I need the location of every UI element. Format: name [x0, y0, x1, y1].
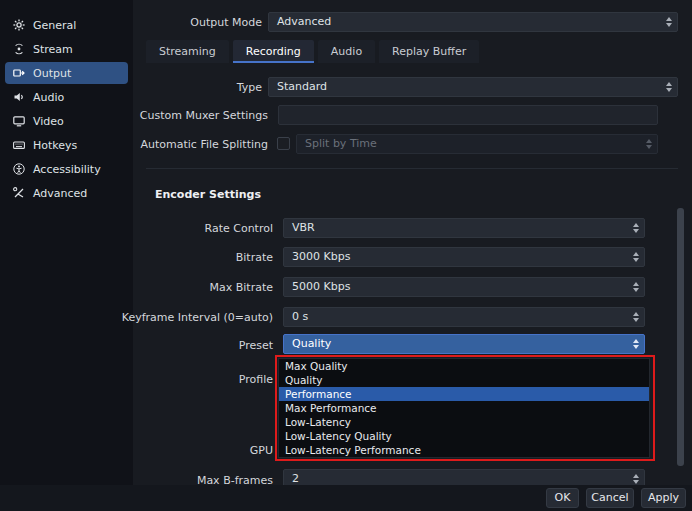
sidebar-item-label: Hotkeys: [33, 139, 77, 152]
output-icon: [13, 67, 25, 79]
custom-muxer-input[interactable]: [278, 105, 658, 125]
sidebar-item-accessibility[interactable]: Accessibility: [5, 158, 128, 180]
ok-button[interactable]: OK: [546, 488, 579, 508]
broadcast-icon: [13, 43, 25, 55]
preset-option[interactable]: Quality: [279, 373, 649, 387]
monitor-icon: [13, 115, 25, 127]
keyframe-interval-spinner[interactable]: 0 s: [283, 307, 645, 327]
settings-sidebar: General Stream Output Audio Video Hotkey…: [0, 0, 133, 485]
sidebar-item-label: Audio: [33, 91, 64, 104]
combo-arrows-icon: [666, 82, 672, 92]
cancel-button[interactable]: Cancel: [586, 488, 634, 508]
spinner-arrows-icon: [633, 252, 639, 262]
preset-option[interactable]: Low-Latency Quality: [279, 429, 649, 443]
preset-option[interactable]: Max Performance: [279, 401, 649, 415]
type-select[interactable]: Standard: [268, 77, 678, 97]
sidebar-item-label: Video: [33, 115, 64, 128]
preset-option[interactable]: Max Quality: [279, 359, 649, 373]
tab-streaming[interactable]: Streaming: [146, 40, 229, 63]
sidebar-item-output[interactable]: Output: [5, 62, 128, 84]
sidebar-item-label: Stream: [33, 43, 73, 56]
type-label: Type: [140, 78, 262, 98]
output-mode-select[interactable]: Advanced: [268, 12, 678, 32]
preset-option[interactable]: Low-Latency: [279, 415, 649, 429]
sidebar-item-video[interactable]: Video: [5, 110, 128, 132]
apply-button[interactable]: Apply: [641, 488, 686, 508]
dialog-button-bar: OK Cancel Apply: [0, 485, 692, 511]
rate-control-select[interactable]: VBR: [283, 218, 645, 238]
keyframe-interval-label: Keyframe Interval (0=auto): [110, 308, 273, 327]
scrollbar-thumb[interactable]: [677, 208, 684, 466]
combo-arrows-icon: [666, 17, 672, 27]
obs-settings-dialog: General Stream Output Audio Video Hotkey…: [0, 0, 692, 511]
bitrate-spinner[interactable]: 3000 Kbps: [283, 247, 645, 267]
keyboard-icon: [13, 139, 25, 151]
speaker-icon: [13, 91, 25, 103]
combo-arrows-icon: [633, 339, 639, 349]
tab-audio[interactable]: Audio: [318, 40, 375, 63]
accessibility-icon: [13, 163, 25, 175]
sidebar-item-general[interactable]: General: [5, 14, 128, 36]
tools-icon: [13, 187, 25, 199]
output-mode-label: Output Mode: [140, 13, 262, 33]
preset-option-highlighted[interactable]: Performance: [279, 387, 649, 401]
bitrate-label: Bitrate: [110, 248, 273, 267]
max-bitrate-label: Max Bitrate: [110, 278, 273, 297]
auto-split-select[interactable]: Split by Time: [296, 134, 658, 154]
sidebar-item-hotkeys[interactable]: Hotkeys: [5, 134, 128, 156]
gear-icon: [13, 19, 25, 31]
profile-label: Profile: [110, 370, 273, 389]
spinner-arrows-icon: [633, 282, 639, 292]
max-bitrate-spinner[interactable]: 5000 Kbps: [283, 277, 645, 297]
output-tabs: Streaming Recording Audio Replay Buffer: [146, 40, 479, 63]
combo-arrows-icon: [633, 223, 639, 233]
auto-split-checkbox[interactable]: [277, 137, 290, 150]
sidebar-item-advanced[interactable]: Advanced: [5, 182, 128, 204]
preset-label: Preset: [110, 336, 273, 355]
sidebar-item-label: Advanced: [33, 187, 87, 200]
auto-split-label: Automatic File Splitting: [130, 135, 268, 155]
encoder-settings-heading: Encoder Settings: [155, 188, 261, 201]
tab-replay-buffer[interactable]: Replay Buffer: [379, 40, 479, 63]
sidebar-item-label: Output: [33, 67, 71, 80]
spinner-arrows-icon: [633, 474, 639, 484]
custom-muxer-label: Custom Muxer Settings: [130, 106, 268, 126]
combo-arrows-icon: [646, 139, 652, 149]
tab-recording[interactable]: Recording: [233, 40, 314, 63]
preset-select[interactable]: Quality: [283, 334, 645, 354]
sidebar-item-stream[interactable]: Stream: [5, 38, 128, 60]
sidebar-item-label: General: [33, 19, 76, 32]
gpu-label: GPU: [110, 441, 273, 460]
sidebar-item-audio[interactable]: Audio: [5, 86, 128, 108]
preset-dropdown-list: Max Quality Quality Performance Max Perf…: [278, 358, 650, 458]
sidebar-item-label: Accessibility: [33, 163, 101, 176]
section-divider: [146, 168, 678, 169]
rate-control-label: Rate Control: [110, 219, 273, 238]
spinner-arrows-icon: [633, 312, 639, 322]
preset-option[interactable]: Low-Latency Performance: [279, 443, 649, 457]
settings-scrollbar[interactable]: [677, 205, 684, 477]
